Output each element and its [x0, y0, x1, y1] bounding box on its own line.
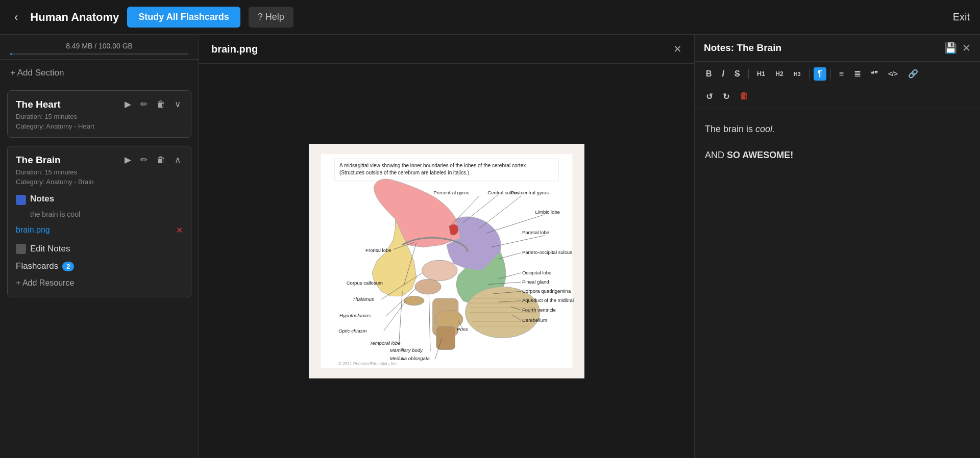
notes-panel-title: Notes: The Brain — [704, 42, 781, 54]
svg-text:Corpora quadrigemina: Corpora quadrigemina — [522, 288, 571, 294]
image-viewer: A midsagittal view showing the inner bou… — [199, 64, 694, 458]
toolbar-bold-button[interactable]: B — [702, 67, 716, 81]
svg-text:Cerebellum: Cerebellum — [522, 317, 547, 322]
notes-item: Notes — [16, 192, 183, 207]
editor-content[interactable]: The brain is cool. AND SO AWESOME! — [695, 109, 980, 458]
svg-text:Temporal lobe: Temporal lobe — [370, 340, 400, 346]
toolbar-code-button[interactable]: </> — [884, 68, 902, 80]
toolbar-link-button[interactable]: 🔗 — [904, 67, 922, 81]
sidebar: 8.49 MB / 100.00 GB + Add Section The He… — [0, 35, 199, 458]
svg-text:(Structures outside of the cer: (Structures outside of the cerebrum are … — [339, 170, 469, 175]
notes-save-button[interactable]: 💾 — [944, 42, 957, 54]
toolbar-h3-button[interactable]: H3 — [790, 69, 805, 79]
add-resource-label: + Add Resource — [16, 278, 74, 288]
resource-row: brain.png ✕ — [16, 221, 183, 239]
svg-text:Occipital lobe: Occipital lobe — [522, 269, 552, 275]
topbar: ‹ Human Anatomy Study All Flashcards ? H… — [0, 0, 980, 35]
toolbar-h2-button[interactable]: H2 — [771, 68, 787, 80]
editor-text-prefix-2: AND — [705, 150, 727, 160]
notes-panel-header: Notes: The Brain 💾 ✕ — [695, 35, 980, 62]
svg-point-14 — [415, 279, 441, 294]
svg-point-13 — [422, 260, 457, 281]
section-category-brain: Category: Anatomy - Brain — [16, 178, 183, 186]
editor-text-prefix-1: The brain is — [705, 124, 755, 134]
svg-text:Fourth ventricle: Fourth ventricle — [522, 307, 556, 312]
add-resource-button[interactable]: + Add Resource — [16, 276, 183, 290]
svg-text:Mamillary body: Mamillary body — [390, 347, 424, 353]
svg-text:Postcentral gyrus: Postcentral gyrus — [511, 190, 549, 195]
flashcards-label: Flashcards — [16, 261, 58, 271]
svg-text:Medulla oblongata: Medulla oblongata — [390, 355, 430, 361]
section-actions-heart: ▶ ✏ 🗑 ∨ — [122, 98, 183, 111]
add-section-button[interactable]: + Add Section — [0, 60, 199, 86]
file-header: brain.png ✕ — [199, 35, 694, 64]
section-items-brain: Notes the brain is cool brain.png ✕ Edit… — [16, 192, 183, 290]
brain-png-link[interactable]: brain.png — [16, 223, 50, 237]
help-button[interactable]: ? Help — [249, 7, 293, 28]
section-duration-heart: Duration: 15 minutes — [16, 113, 183, 120]
toolbar-undo-button[interactable]: ↺ — [702, 90, 717, 104]
notes-label: Notes — [30, 194, 54, 204]
toolbar-bullet-list-button[interactable]: ≡ — [835, 67, 848, 81]
toolbar-strike-button[interactable]: S — [730, 67, 744, 81]
brain-image: A midsagittal view showing the inner bou… — [309, 144, 584, 378]
brain-diagram-svg: A midsagittal view showing the inner bou… — [319, 154, 574, 368]
storage-label: 8.49 MB / 100.00 GB — [10, 42, 188, 50]
edit-notes-button[interactable]: Edit Notes — [16, 242, 183, 256]
notes-icon — [16, 195, 26, 205]
toolbar-ordered-list-button[interactable]: ≣ — [850, 67, 865, 81]
section-card-brain: The Brain ▶ ✏ 🗑 ∧ Duration: 15 minutes C… — [7, 146, 191, 297]
edit-button-heart[interactable]: ✏ — [138, 98, 150, 111]
svg-text:Pineal gland: Pineal gland — [522, 278, 549, 284]
notes-panel-close-button[interactable]: ✕ — [962, 42, 971, 54]
toolbar-italic-button[interactable]: I — [718, 67, 728, 81]
delete-button-heart[interactable]: 🗑 — [155, 98, 167, 111]
svg-text:Parietal lobe: Parietal lobe — [522, 230, 549, 235]
expand-button-heart[interactable]: ∨ — [173, 98, 183, 111]
file-close-button[interactable]: ✕ — [673, 43, 682, 55]
main-content: 8.49 MB / 100.00 GB + Add Section The He… — [0, 35, 980, 458]
section-card-heart: The Heart ▶ ✏ 🗑 ∨ Duration: 15 minutes C… — [7, 90, 191, 138]
notes-preview: the brain is cool — [30, 210, 183, 218]
study-all-flashcards-button[interactable]: Study All Flashcards — [127, 7, 240, 28]
center-panel: brain.png ✕ A midsagittal view showing t… — [199, 35, 694, 458]
delete-button-brain[interactable]: 🗑 — [155, 154, 167, 166]
editor-line-1: The brain is cool. — [705, 121, 970, 137]
toolbar-divider-1 — [748, 69, 749, 79]
toolbar-divider-2 — [809, 69, 810, 79]
section-duration-brain: Duration: 15 minutes — [16, 168, 183, 176]
edit-button-brain[interactable]: ✏ — [138, 154, 150, 166]
exit-button[interactable]: Exit — [953, 11, 970, 23]
editor-text-italic-1: cool. — [755, 124, 775, 134]
flashcards-row[interactable]: Flashcards 2 — [16, 259, 183, 273]
edit-notes-label: Edit Notes — [30, 244, 70, 254]
play-button-brain[interactable]: ▶ — [122, 154, 133, 166]
toolbar-clear-button[interactable]: 🗑 — [736, 89, 752, 104]
notes-panel-actions: 💾 ✕ — [944, 42, 971, 54]
edit-notes-icon — [16, 244, 26, 254]
section-title-heart: The Heart — [16, 99, 61, 110]
flashcards-badge: 2 — [62, 262, 74, 271]
section-header-heart: The Heart ▶ ✏ 🗑 ∨ — [16, 98, 183, 111]
svg-text:Parieto-occipital sulcus: Parieto-occipital sulcus — [522, 249, 572, 255]
delete-resource-button[interactable]: ✕ — [176, 225, 183, 235]
svg-point-15 — [404, 296, 424, 305]
section-title-brain: The Brain — [16, 155, 61, 166]
add-section-label: + Add Section — [10, 68, 64, 78]
play-button-heart[interactable]: ▶ — [122, 98, 133, 111]
svg-text:Thalamus: Thalamus — [353, 296, 374, 301]
storage-bar — [10, 53, 188, 55]
editor-toolbar-row1: B I S H1 H2 H3 ¶ ≡ ≣ ❝❞ </> 🔗 — [695, 62, 980, 86]
back-button[interactable]: ‹ — [10, 9, 22, 26]
toolbar-paragraph-button[interactable]: ¶ — [814, 67, 826, 81]
section-category-heart: Category: Anatomy - Heart — [16, 122, 183, 130]
toolbar-h1-button[interactable]: H1 — [753, 68, 770, 80]
toolbar-redo-button[interactable]: ↻ — [719, 90, 733, 104]
svg-text:Hypothalamus: Hypothalamus — [339, 312, 371, 318]
storage-section: 8.49 MB / 100.00 GB — [0, 35, 199, 60]
editor-toolbar-row2: ↺ ↻ 🗑 — [695, 86, 980, 109]
collapse-button-brain[interactable]: ∧ — [173, 154, 183, 166]
notes-panel: Notes: The Brain 💾 ✕ B I S H1 H2 H3 ¶ ≡ … — [694, 35, 980, 458]
toolbar-blockquote-button[interactable]: ❝❞ — [867, 68, 882, 80]
svg-text:Frontal lobe: Frontal lobe — [365, 247, 391, 252]
